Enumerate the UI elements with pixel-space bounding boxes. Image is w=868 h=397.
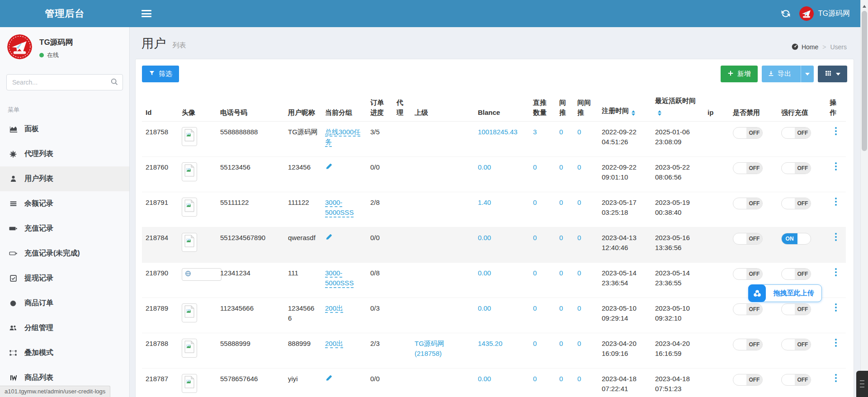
parent-link[interactable]: TG源码网 (218758) xyxy=(415,340,444,358)
indirect-count-link[interactable]: 0 xyxy=(559,375,563,383)
disabled-toggle[interactable]: OFF xyxy=(733,127,763,139)
sidebar-item-9[interactable]: 叠加模式 xyxy=(0,340,129,365)
grand-indirect-count-link[interactable]: 0 xyxy=(577,234,581,241)
export-button[interactable]: 导出 xyxy=(762,66,814,82)
force-recharge-toggle[interactable]: ON xyxy=(781,233,811,245)
force-recharge-toggle[interactable]: OFF xyxy=(781,339,811,350)
indirect-count-link[interactable]: 0 xyxy=(559,269,563,277)
edit-group-icon[interactable] xyxy=(325,162,333,173)
indirect-count-link[interactable]: 0 xyxy=(559,163,563,171)
grand-indirect-count-link[interactable]: 0 xyxy=(577,163,581,171)
row-actions-menu-icon[interactable] xyxy=(830,268,842,276)
sort-icon[interactable] xyxy=(632,109,635,118)
force-recharge-toggle[interactable]: OFF xyxy=(781,198,811,209)
force-recharge-toggle[interactable]: OFF xyxy=(781,162,811,174)
scrollbar-thumb[interactable] xyxy=(862,11,867,151)
refresh-icon[interactable] xyxy=(780,8,791,19)
column-header-12[interactable]: 注册时间 xyxy=(598,92,651,121)
row-actions-menu-icon[interactable] xyxy=(830,303,842,312)
disabled-toggle[interactable]: OFF xyxy=(733,233,763,245)
row-actions-menu-icon[interactable] xyxy=(830,198,842,206)
sidebar-item-2[interactable]: 用户列表 xyxy=(0,166,129,191)
row-actions-menu-icon[interactable] xyxy=(830,162,842,170)
balance-link[interactable]: 1.40 xyxy=(478,198,491,206)
grand-indirect-count-link[interactable]: 0 xyxy=(577,128,581,136)
direct-count-link[interactable]: 0 xyxy=(533,234,537,241)
search-icon[interactable] xyxy=(110,78,118,88)
balance-link[interactable]: 0.00 xyxy=(478,234,491,241)
search-input[interactable] xyxy=(6,74,123,90)
disabled-toggle[interactable]: OFF xyxy=(733,339,763,350)
sidebar-item-7[interactable]: 商品订单 xyxy=(0,291,129,316)
vertical-scrollbar[interactable] xyxy=(860,0,868,397)
sidebar-item-6[interactable]: 提现记录 xyxy=(0,266,129,291)
grand-indirect-count-link[interactable]: 0 xyxy=(577,340,581,347)
direct-count-link[interactable]: 0 xyxy=(533,304,537,312)
disabled-toggle[interactable]: OFF xyxy=(733,198,763,209)
sidebar-toggle-button[interactable] xyxy=(142,10,151,17)
disabled-toggle[interactable]: OFF xyxy=(733,268,763,280)
sidebar-item-8[interactable]: 分组管理 xyxy=(0,316,129,340)
grand-indirect-count-link[interactable]: 0 xyxy=(577,198,581,206)
balance-link[interactable]: 0.00 xyxy=(478,304,491,312)
scroll-up-arrow-icon[interactable] xyxy=(863,3,866,8)
cell-grand: 0 xyxy=(574,368,598,397)
column-header-13[interactable]: 最近活跃时间 xyxy=(651,92,704,121)
row-actions-menu-icon[interactable] xyxy=(830,127,842,135)
sort-icon[interactable] xyxy=(658,109,661,118)
edit-group-icon[interactable] xyxy=(325,233,333,244)
disabled-toggle[interactable]: OFF xyxy=(733,374,763,386)
sidebar-item-3[interactable]: 余额记录 xyxy=(0,191,129,216)
indirect-count-link[interactable]: 0 xyxy=(559,234,563,241)
row-actions-menu-icon[interactable] xyxy=(830,233,842,241)
sidebar-item-4[interactable]: 充值记录 xyxy=(0,216,129,241)
indirect-count-link[interactable]: 0 xyxy=(559,340,563,347)
indirect-count-link[interactable]: 0 xyxy=(559,304,563,312)
image-placeholder-icon xyxy=(184,376,194,392)
direct-count-link[interactable]: 3 xyxy=(533,128,537,136)
group-link[interactable]: 3000-5000SSS xyxy=(325,198,354,217)
direct-count-link[interactable]: 0 xyxy=(533,375,537,383)
force-recharge-toggle[interactable]: OFF xyxy=(781,374,811,386)
grand-indirect-count-link[interactable]: 0 xyxy=(577,269,581,277)
direct-count-link[interactable]: 0 xyxy=(533,163,537,171)
indirect-count-link[interactable]: 0 xyxy=(559,128,563,136)
group-link[interactable]: 3000-5000SSS xyxy=(325,269,354,287)
sidebar-item-1[interactable]: 代理列表 xyxy=(0,142,129,166)
export-dropdown-caret[interactable] xyxy=(801,66,814,82)
row-actions-menu-icon[interactable] xyxy=(830,374,842,382)
disabled-toggle[interactable]: OFF xyxy=(733,303,763,315)
user-menu[interactable]: TG源码网 xyxy=(799,6,850,21)
balance-link[interactable]: 10018245.43 xyxy=(478,128,518,136)
sidebar-item-0[interactable]: 面板 xyxy=(0,117,129,142)
force-recharge-toggle[interactable]: OFF xyxy=(781,268,811,280)
direct-count-link[interactable]: 0 xyxy=(533,340,537,347)
group-link[interactable]: 200出 xyxy=(325,340,343,347)
grand-indirect-count-link[interactable]: 0 xyxy=(577,304,581,312)
edit-group-icon[interactable] xyxy=(325,374,333,385)
column-header-label: 直推数量 xyxy=(533,99,547,116)
indirect-count-link[interactable]: 0 xyxy=(559,198,563,206)
direct-count-link[interactable]: 0 xyxy=(533,198,537,206)
force-recharge-toggle[interactable]: OFF xyxy=(781,303,811,315)
filter-button[interactable]: 筛选 xyxy=(142,66,179,82)
balance-link[interactable]: 0.00 xyxy=(478,269,491,277)
sidebar-item-5[interactable]: 充值记录(未完成) xyxy=(0,241,129,266)
column-header-label: 订单进度 xyxy=(370,99,384,116)
grand-indirect-count-link[interactable]: 0 xyxy=(577,375,581,383)
balance-link[interactable]: 0.00 xyxy=(478,163,491,171)
group-link[interactable]: 200出 xyxy=(325,304,343,312)
balance-link[interactable]: 1435.20 xyxy=(478,340,502,347)
drag-upload-dropzone[interactable]: 拖拽至此上传 xyxy=(748,284,822,302)
disabled-toggle[interactable]: OFF xyxy=(733,162,763,174)
force-recharge-toggle[interactable]: OFF xyxy=(781,127,811,139)
add-button[interactable]: 新增 xyxy=(721,66,758,82)
breadcrumb-home-link[interactable]: Home xyxy=(791,43,818,52)
balance-link[interactable]: 0.00 xyxy=(478,375,491,383)
group-link[interactable]: 总线3000任务 xyxy=(325,128,360,146)
direct-count-link[interactable]: 0 xyxy=(533,269,537,277)
scrollbar-dark-handle[interactable] xyxy=(856,371,868,397)
bars-icon xyxy=(9,200,18,208)
row-actions-menu-icon[interactable] xyxy=(830,339,842,347)
columns-button[interactable] xyxy=(818,66,847,82)
